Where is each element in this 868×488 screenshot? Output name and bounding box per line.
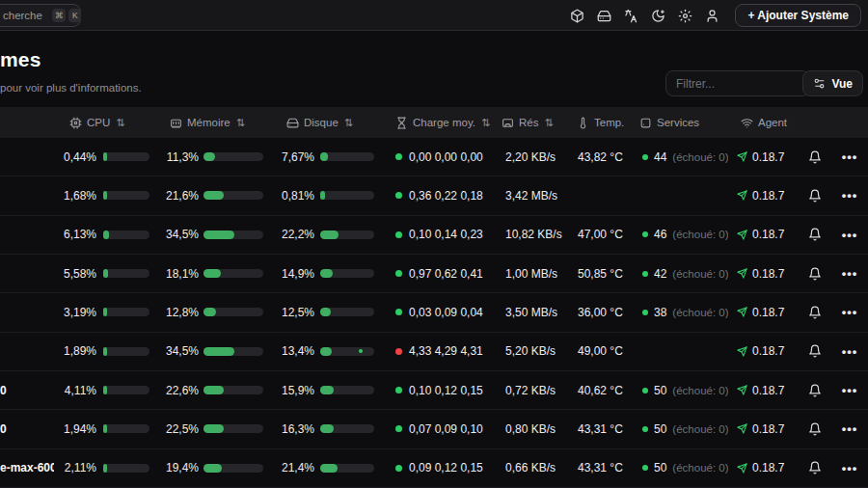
package-icon[interactable] <box>569 8 584 23</box>
memory-value: 34,5% <box>154 228 199 241</box>
cpu-bar-fill <box>103 308 107 316</box>
temperature-cell: 47,00 °C <box>569 228 632 241</box>
row-actions-menu-button[interactable]: ••• <box>831 461 868 475</box>
cpu-bar-fill <box>103 464 107 473</box>
bell-cell <box>799 267 831 281</box>
filter-input[interactable] <box>665 70 810 96</box>
cpu-value: 6,13% <box>54 228 96 241</box>
search-text: cherche <box>3 10 42 21</box>
bell-cell <box>799 228 831 241</box>
system-table-row[interactable]: e-max-600 2,11% 19,4% 21,4% 0,09 0,12 0,… <box>0 449 868 488</box>
system-table-row[interactable]: 1,68% 21,6% 0,81% 0,36 0,22 0,18 3,42 MB… <box>0 176 868 215</box>
network-cell: 0,80 KB/s <box>494 422 569 436</box>
cpu-cell: 1,89% <box>54 344 154 358</box>
cpu-bar <box>103 230 149 239</box>
column-header-cpu[interactable]: CPU ⇅ <box>54 117 154 129</box>
bell-cell <box>799 461 831 474</box>
alerts-bell-button[interactable] <box>799 267 831 281</box>
page-subtitle: pour voir plus d'informations. <box>0 82 142 94</box>
languages-icon[interactable] <box>623 8 638 23</box>
column-header-agent[interactable]: Agent <box>728 117 799 129</box>
load-status-dot <box>395 231 402 238</box>
column-header-network[interactable]: Rés ⇅ <box>494 117 569 129</box>
system-table-row[interactable]: 6,13% 34,5% 22,2% 0,10 0,14 0,23 10,82 K… <box>0 216 868 255</box>
cpu-bar <box>103 424 149 433</box>
load-cell: 0,09 0,12 0,15 <box>386 461 494 474</box>
memory-bar <box>203 191 263 200</box>
alerts-bell-button[interactable] <box>799 189 831 203</box>
hard-drive-icon[interactable] <box>596 8 611 23</box>
column-header-temperature[interactable]: Temp. <box>569 117 632 129</box>
column-header-load[interactable]: Charge moy. ⇅ <box>386 117 494 129</box>
row-actions-menu-button[interactable]: ••• <box>831 188 868 203</box>
services-failed-label: (échoué: 0) <box>672 385 728 396</box>
load-values: 0,10 0,14 0,23 <box>409 228 483 241</box>
bell-icon <box>808 189 822 203</box>
alerts-bell-button[interactable] <box>799 461 831 474</box>
add-system-button[interactable]: + Ajouter Système <box>735 4 861 27</box>
disk-bar <box>320 230 374 239</box>
row-actions-menu-button[interactable]: ••• <box>831 149 868 164</box>
alerts-bell-button[interactable] <box>799 384 831 397</box>
row-actions-menu-button[interactable]: ••• <box>831 421 868 436</box>
column-header-memory[interactable]: Mémoire ⇅ <box>154 117 270 129</box>
system-table-row[interactable]: 0 1,94% 22,5% 16,3% 0,07 0,09 0,10 0,80 … <box>0 410 868 448</box>
alerts-bell-button[interactable] <box>799 306 831 319</box>
alerts-bell-button[interactable] <box>799 422 831 436</box>
column-label-cpu: CPU <box>87 117 110 128</box>
disk-bar <box>320 269 374 278</box>
agent-status-icon <box>737 230 747 240</box>
column-header-disk[interactable]: Disque ⇅ <box>270 117 386 129</box>
system-table-row[interactable]: 0,44% 11,3% 7,67% 0,00 0,00 0,00 2,20 KB… <box>0 138 868 176</box>
cpu-bar <box>103 386 149 394</box>
disk-value: 21,4% <box>270 461 314 474</box>
disk-cell: 22,2% <box>270 228 386 241</box>
load-cell: 0,10 0,12 0,15 <box>386 384 494 397</box>
disk-bar <box>320 191 374 200</box>
table-header-row: CPU ⇅ Mémoire ⇅ Disque ⇅ Charge moy. ⇅ R… <box>0 107 868 138</box>
system-table-row[interactable]: 3,19% 12,8% 12,5% 0,03 0,09 0,04 3,50 MB… <box>0 293 868 332</box>
moon-icon[interactable] <box>650 8 665 23</box>
view-options-button[interactable]: Vue <box>802 70 863 96</box>
cpu-bar-fill <box>103 347 107 356</box>
cpu-value: 5,58% <box>54 267 96 281</box>
bell-icon <box>808 422 822 436</box>
memory-value: 12,8% <box>154 306 199 319</box>
menu-cell: ••• <box>831 228 868 242</box>
network-cell: 2,20 KB/s <box>494 150 569 164</box>
network-cell: 0,66 KB/s <box>494 461 569 474</box>
load-status-dot <box>395 309 402 315</box>
row-actions-menu-button[interactable]: ••• <box>831 383 868 397</box>
system-table-row[interactable]: 1,89% 34,5% 13,4% 4,33 4,29 4,31 5,20 KB… <box>0 333 868 371</box>
user-icon[interactable] <box>704 8 719 23</box>
alerts-bell-button[interactable] <box>799 228 831 241</box>
agent-status-icon <box>737 346 747 357</box>
disk-cell: 16,3% <box>270 422 386 436</box>
row-actions-menu-button[interactable]: ••• <box>831 228 868 242</box>
memory-cell: 12,8% <box>154 306 270 319</box>
row-actions-menu-button[interactable]: ••• <box>831 305 868 319</box>
cpu-bar-fill <box>103 269 108 278</box>
wifi-icon <box>741 117 753 129</box>
load-status-dot <box>395 465 402 472</box>
row-actions-menu-button[interactable]: ••• <box>831 344 868 359</box>
gear-icon[interactable] <box>677 8 692 23</box>
system-table-row[interactable]: 5,58% 18,1% 14,9% 0,97 0,62 0,41 1,00 MB… <box>0 255 868 293</box>
memory-cell: 11,3% <box>154 150 270 164</box>
bell-icon <box>808 306 822 319</box>
system-table-row[interactable]: 0 4,11% 22,6% 15,9% 0,10 0,12 0,15 0,72 … <box>0 371 868 410</box>
global-search-input[interactable]: cherche ⌘ K <box>0 4 81 27</box>
column-header-services[interactable]: Services <box>632 117 728 129</box>
disk-value: 15,9% <box>270 384 314 397</box>
alerts-bell-button[interactable] <box>799 150 831 164</box>
memory-bar <box>203 386 263 394</box>
services-status-dot <box>642 154 648 160</box>
bell-cell <box>799 306 831 319</box>
sort-icon: ⇅ <box>116 117 124 129</box>
cpu-cell: 5,58% <box>54 267 154 281</box>
menu-cell: ••• <box>831 344 868 359</box>
services-failed-label: (échoué: 0) <box>672 151 728 163</box>
alerts-bell-button[interactable] <box>799 344 831 358</box>
disk-cell: 7,67% <box>270 150 386 164</box>
row-actions-menu-button[interactable]: ••• <box>831 266 868 281</box>
